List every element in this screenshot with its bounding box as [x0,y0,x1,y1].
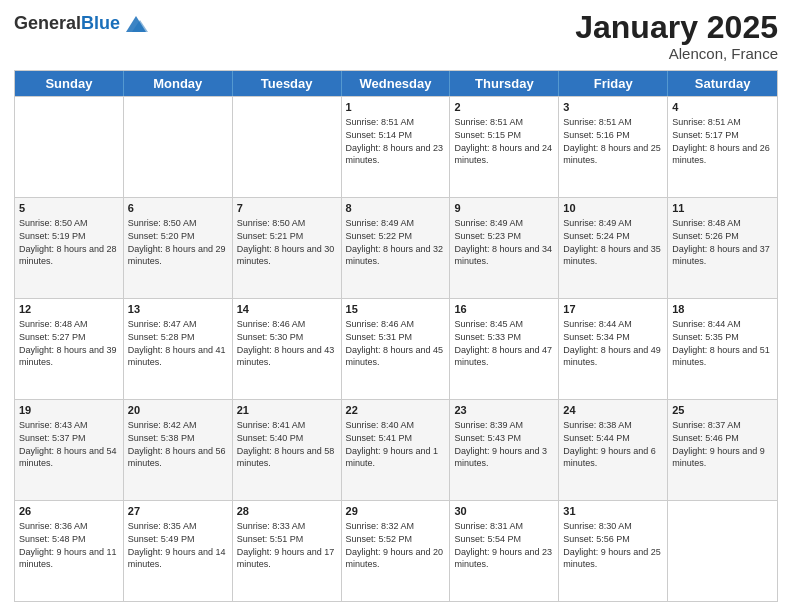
header-cell-friday: Friday [559,71,668,96]
cell-daylight-info: Sunrise: 8:46 AM Sunset: 5:31 PM Dayligh… [346,319,444,367]
cell-daylight-info: Sunrise: 8:49 AM Sunset: 5:22 PM Dayligh… [346,218,444,266]
day-number: 19 [19,403,119,418]
day-number: 31 [563,504,663,519]
cal-cell: 21Sunrise: 8:41 AM Sunset: 5:40 PM Dayli… [233,400,342,500]
cell-daylight-info: Sunrise: 8:44 AM Sunset: 5:35 PM Dayligh… [672,319,770,367]
day-number: 11 [672,201,773,216]
logo: GeneralBlue [14,10,150,38]
day-number: 7 [237,201,337,216]
cal-cell: 9Sunrise: 8:49 AM Sunset: 5:23 PM Daylig… [450,198,559,298]
day-number: 13 [128,302,228,317]
cal-cell: 13Sunrise: 8:47 AM Sunset: 5:28 PM Dayli… [124,299,233,399]
cal-cell: 25Sunrise: 8:37 AM Sunset: 5:46 PM Dayli… [668,400,777,500]
cell-daylight-info: Sunrise: 8:51 AM Sunset: 5:14 PM Dayligh… [346,117,444,165]
cal-cell [233,97,342,197]
cell-daylight-info: Sunrise: 8:51 AM Sunset: 5:17 PM Dayligh… [672,117,770,165]
logo-icon [122,10,150,38]
day-number: 10 [563,201,663,216]
day-number: 9 [454,201,554,216]
day-number: 12 [19,302,119,317]
cal-cell: 10Sunrise: 8:49 AM Sunset: 5:24 PM Dayli… [559,198,668,298]
cell-daylight-info: Sunrise: 8:35 AM Sunset: 5:49 PM Dayligh… [128,521,226,569]
header-cell-thursday: Thursday [450,71,559,96]
day-number: 27 [128,504,228,519]
cell-daylight-info: Sunrise: 8:44 AM Sunset: 5:34 PM Dayligh… [563,319,661,367]
cal-cell: 4Sunrise: 8:51 AM Sunset: 5:17 PM Daylig… [668,97,777,197]
cal-cell: 24Sunrise: 8:38 AM Sunset: 5:44 PM Dayli… [559,400,668,500]
calendar: SundayMondayTuesdayWednesdayThursdayFrid… [14,70,778,602]
cell-daylight-info: Sunrise: 8:37 AM Sunset: 5:46 PM Dayligh… [672,420,765,468]
cal-cell: 11Sunrise: 8:48 AM Sunset: 5:26 PM Dayli… [668,198,777,298]
day-number: 23 [454,403,554,418]
cal-cell [124,97,233,197]
day-number: 8 [346,201,446,216]
cal-row-0: 1Sunrise: 8:51 AM Sunset: 5:14 PM Daylig… [15,96,777,197]
day-number: 21 [237,403,337,418]
day-number: 15 [346,302,446,317]
cal-row-1: 5Sunrise: 8:50 AM Sunset: 5:19 PM Daylig… [15,197,777,298]
logo-blue-text: Blue [81,13,120,33]
cell-daylight-info: Sunrise: 8:46 AM Sunset: 5:30 PM Dayligh… [237,319,335,367]
cal-cell: 27Sunrise: 8:35 AM Sunset: 5:49 PM Dayli… [124,501,233,601]
day-number: 18 [672,302,773,317]
cal-row-3: 19Sunrise: 8:43 AM Sunset: 5:37 PM Dayli… [15,399,777,500]
page: GeneralBlue January 2025 Alencon, France… [0,0,792,612]
header-cell-monday: Monday [124,71,233,96]
cell-daylight-info: Sunrise: 8:51 AM Sunset: 5:16 PM Dayligh… [563,117,661,165]
day-number: 26 [19,504,119,519]
cal-row-4: 26Sunrise: 8:36 AM Sunset: 5:48 PM Dayli… [15,500,777,601]
cal-cell: 29Sunrise: 8:32 AM Sunset: 5:52 PM Dayli… [342,501,451,601]
cell-daylight-info: Sunrise: 8:43 AM Sunset: 5:37 PM Dayligh… [19,420,117,468]
cell-daylight-info: Sunrise: 8:41 AM Sunset: 5:40 PM Dayligh… [237,420,335,468]
cal-row-2: 12Sunrise: 8:48 AM Sunset: 5:27 PM Dayli… [15,298,777,399]
day-number: 22 [346,403,446,418]
cal-cell [15,97,124,197]
day-number: 5 [19,201,119,216]
cell-daylight-info: Sunrise: 8:50 AM Sunset: 5:21 PM Dayligh… [237,218,335,266]
cell-daylight-info: Sunrise: 8:38 AM Sunset: 5:44 PM Dayligh… [563,420,656,468]
cal-cell: 8Sunrise: 8:49 AM Sunset: 5:22 PM Daylig… [342,198,451,298]
cal-cell: 2Sunrise: 8:51 AM Sunset: 5:15 PM Daylig… [450,97,559,197]
cal-cell: 31Sunrise: 8:30 AM Sunset: 5:56 PM Dayli… [559,501,668,601]
cell-daylight-info: Sunrise: 8:42 AM Sunset: 5:38 PM Dayligh… [128,420,226,468]
cell-daylight-info: Sunrise: 8:51 AM Sunset: 5:15 PM Dayligh… [454,117,552,165]
day-number: 14 [237,302,337,317]
header-cell-sunday: Sunday [15,71,124,96]
cell-daylight-info: Sunrise: 8:39 AM Sunset: 5:43 PM Dayligh… [454,420,547,468]
header-cell-saturday: Saturday [668,71,777,96]
cal-cell: 6Sunrise: 8:50 AM Sunset: 5:20 PM Daylig… [124,198,233,298]
cal-cell: 18Sunrise: 8:44 AM Sunset: 5:35 PM Dayli… [668,299,777,399]
cal-cell: 1Sunrise: 8:51 AM Sunset: 5:14 PM Daylig… [342,97,451,197]
day-number: 3 [563,100,663,115]
cal-cell: 14Sunrise: 8:46 AM Sunset: 5:30 PM Dayli… [233,299,342,399]
day-number: 17 [563,302,663,317]
cell-daylight-info: Sunrise: 8:45 AM Sunset: 5:33 PM Dayligh… [454,319,552,367]
calendar-header-row: SundayMondayTuesdayWednesdayThursdayFrid… [15,71,777,96]
cell-daylight-info: Sunrise: 8:31 AM Sunset: 5:54 PM Dayligh… [454,521,552,569]
cell-daylight-info: Sunrise: 8:50 AM Sunset: 5:19 PM Dayligh… [19,218,117,266]
day-number: 16 [454,302,554,317]
cal-cell [668,501,777,601]
cal-cell: 3Sunrise: 8:51 AM Sunset: 5:16 PM Daylig… [559,97,668,197]
cell-daylight-info: Sunrise: 8:49 AM Sunset: 5:23 PM Dayligh… [454,218,552,266]
cell-daylight-info: Sunrise: 8:49 AM Sunset: 5:24 PM Dayligh… [563,218,661,266]
cal-cell: 17Sunrise: 8:44 AM Sunset: 5:34 PM Dayli… [559,299,668,399]
day-number: 1 [346,100,446,115]
cal-cell: 12Sunrise: 8:48 AM Sunset: 5:27 PM Dayli… [15,299,124,399]
cell-daylight-info: Sunrise: 8:40 AM Sunset: 5:41 PM Dayligh… [346,420,439,468]
cell-daylight-info: Sunrise: 8:48 AM Sunset: 5:27 PM Dayligh… [19,319,117,367]
cal-cell: 5Sunrise: 8:50 AM Sunset: 5:19 PM Daylig… [15,198,124,298]
cell-daylight-info: Sunrise: 8:30 AM Sunset: 5:56 PM Dayligh… [563,521,661,569]
day-number: 4 [672,100,773,115]
cell-daylight-info: Sunrise: 8:50 AM Sunset: 5:20 PM Dayligh… [128,218,226,266]
title-block: January 2025 Alencon, France [575,10,778,62]
day-number: 24 [563,403,663,418]
cal-cell: 7Sunrise: 8:50 AM Sunset: 5:21 PM Daylig… [233,198,342,298]
month-title: January 2025 [575,10,778,45]
cal-cell: 23Sunrise: 8:39 AM Sunset: 5:43 PM Dayli… [450,400,559,500]
cell-daylight-info: Sunrise: 8:48 AM Sunset: 5:26 PM Dayligh… [672,218,770,266]
day-number: 25 [672,403,773,418]
cal-cell: 20Sunrise: 8:42 AM Sunset: 5:38 PM Dayli… [124,400,233,500]
calendar-body: 1Sunrise: 8:51 AM Sunset: 5:14 PM Daylig… [15,96,777,601]
cal-cell: 26Sunrise: 8:36 AM Sunset: 5:48 PM Dayli… [15,501,124,601]
